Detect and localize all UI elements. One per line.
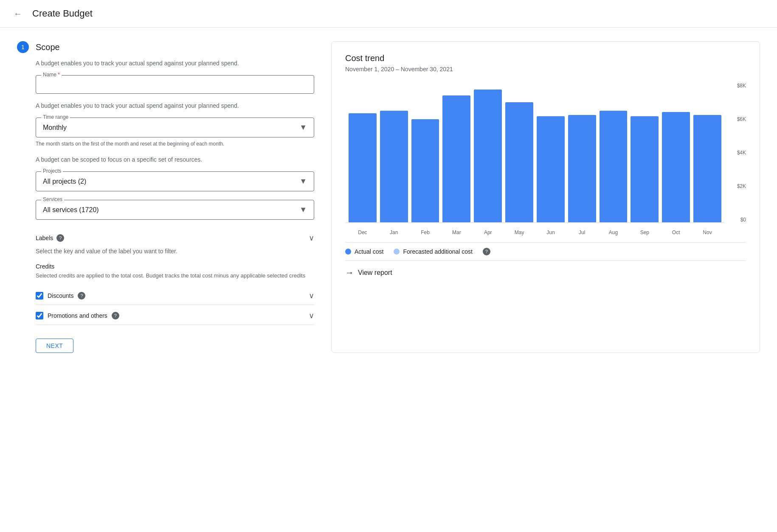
- bar-column: [693, 83, 721, 222]
- discounts-chevron-icon: ∨: [309, 291, 314, 300]
- cost-trend-date: November 1, 2020 – November 30, 2021: [345, 66, 746, 73]
- y-label-0: $0: [740, 217, 746, 223]
- promotions-label: Promotions and others: [48, 312, 107, 319]
- bar-column: [442, 83, 470, 222]
- bar: [474, 90, 502, 222]
- time-range-label: Time range: [41, 114, 70, 120]
- promotions-help-icon[interactable]: ?: [112, 312, 119, 319]
- bar: [600, 111, 628, 222]
- time-range-value: Monthly: [43, 124, 67, 132]
- x-label: Sep: [631, 230, 659, 235]
- legend-actual: Actual cost: [345, 248, 383, 255]
- x-label: Jun: [537, 230, 565, 235]
- discounts-checkbox[interactable]: [36, 292, 43, 300]
- scope-desc1: A budget enables you to track your actua…: [36, 60, 314, 67]
- bar: [693, 115, 721, 222]
- y-label-6k: $6K: [737, 116, 746, 122]
- cost-trend-title: Cost trend: [345, 53, 746, 63]
- chart-bars: [345, 83, 725, 223]
- credits-title: Credits: [36, 263, 314, 270]
- services-select[interactable]: Services All services (1720) ▼: [36, 200, 314, 220]
- legend-forecast: Forecasted additional cost: [394, 248, 472, 255]
- time-range-hint: The month starts on the first of the mon…: [36, 140, 314, 148]
- bar: [505, 102, 533, 222]
- chart-area: $8K $6K $4K $2K $0 DecJanFebMarAprMayJun…: [345, 83, 746, 235]
- x-label: Apr: [474, 230, 502, 235]
- main-content: 1 Scope A budget enables you to track yo…: [0, 28, 777, 367]
- x-label: Dec: [349, 230, 377, 235]
- bar-column: [474, 83, 502, 222]
- name-label: Name *: [41, 72, 62, 78]
- labels-header[interactable]: Labels ? ∨: [36, 228, 314, 248]
- actual-dot-icon: [345, 249, 351, 255]
- top-bar: ← Create Budget: [0, 0, 777, 28]
- scope-title: Scope: [36, 42, 60, 52]
- view-report-arrow-icon: →: [345, 268, 354, 277]
- discounts-label: Discounts: [48, 292, 73, 299]
- bar: [537, 116, 565, 222]
- back-button[interactable]: ←: [10, 6, 25, 21]
- bar-column: [349, 83, 377, 222]
- bar: [380, 111, 408, 222]
- services-container: Services All services (1720) ▼: [36, 200, 314, 220]
- labels-help-icon[interactable]: ?: [56, 234, 64, 242]
- services-label: Services: [41, 196, 64, 202]
- time-range-select[interactable]: Time range Monthly ▼: [36, 118, 314, 137]
- legend-help-icon[interactable]: ?: [483, 248, 490, 255]
- bar: [631, 116, 659, 222]
- view-report-link[interactable]: → View report: [345, 260, 746, 279]
- bar-column: [380, 83, 408, 222]
- services-value: All services (1720): [43, 206, 99, 214]
- bar-column: [505, 83, 533, 222]
- y-label-2k: $2K: [737, 183, 746, 189]
- projects-select[interactable]: Projects All projects (2) ▼: [36, 171, 314, 191]
- bar: [568, 115, 596, 222]
- time-range-container: Time range Monthly ▼ The month starts on…: [36, 118, 314, 148]
- bar: [442, 95, 470, 222]
- promotions-row: Promotions and others ? ∨: [36, 307, 314, 325]
- bar: [349, 113, 377, 222]
- y-label-4k: $4K: [737, 150, 746, 156]
- bar: [411, 119, 439, 222]
- discounts-left: Discounts ?: [36, 292, 85, 300]
- discounts-help-icon[interactable]: ?: [78, 292, 85, 300]
- name-input[interactable]: [43, 81, 307, 88]
- name-field-container: Name *: [36, 75, 314, 94]
- x-label: Oct: [662, 230, 690, 235]
- bar-column: [537, 83, 565, 222]
- discounts-row: Discounts ? ∨: [36, 287, 314, 305]
- projects-value: All projects (2): [43, 178, 86, 185]
- x-label: Jan: [380, 230, 408, 235]
- bar: [662, 112, 690, 222]
- forecast-dot-icon: [394, 249, 400, 255]
- x-label: Mar: [442, 230, 470, 235]
- projects-chevron-icon: ▼: [299, 177, 307, 186]
- x-axis: DecJanFebMarAprMayJunJulAugSepOctNov: [345, 223, 725, 235]
- promotions-chevron-icon: ∨: [309, 311, 314, 320]
- projects-container: Projects All projects (2) ▼: [36, 171, 314, 191]
- y-label-8k: $8K: [737, 83, 746, 89]
- labels-header-left: Labels ?: [36, 234, 64, 242]
- x-label: May: [505, 230, 533, 235]
- bar-column: [662, 83, 690, 222]
- bar-column: [600, 83, 628, 222]
- legend-actual-label: Actual cost: [355, 248, 383, 255]
- legend-forecast-label: Forecasted additional cost: [403, 248, 472, 255]
- projects-label: Projects: [41, 168, 63, 174]
- promotions-left: Promotions and others ?: [36, 312, 119, 319]
- bar-column: [631, 83, 659, 222]
- scope-header: 1 Scope: [17, 41, 314, 53]
- scope-desc2: A budget enables you to track your actua…: [36, 102, 314, 109]
- labels-chevron-icon: ∨: [309, 233, 314, 243]
- promotions-checkbox[interactable]: [36, 312, 43, 319]
- right-panel: Cost trend November 1, 2020 – November 3…: [331, 41, 760, 353]
- step-circle: 1: [17, 41, 29, 53]
- name-field-wrapper: Name *: [36, 75, 314, 94]
- x-label: Aug: [600, 230, 628, 235]
- next-button[interactable]: NEXT: [36, 339, 73, 353]
- y-axis: $8K $6K $4K $2K $0: [729, 83, 746, 223]
- services-chevron-icon: ▼: [299, 205, 307, 214]
- left-panel: 1 Scope A budget enables you to track yo…: [17, 41, 314, 353]
- chart-legend: Actual cost Forecasted additional cost ?: [345, 242, 746, 260]
- x-label: Jul: [568, 230, 596, 235]
